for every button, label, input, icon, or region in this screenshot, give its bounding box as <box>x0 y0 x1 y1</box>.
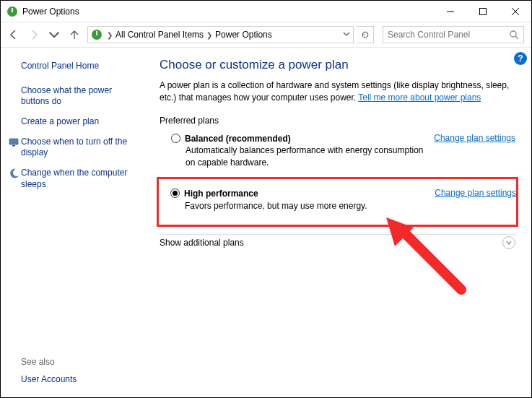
plan-desc: Favors performance, but may use more ene… <box>185 200 423 212</box>
chevron-right-icon[interactable]: ❯ <box>107 31 113 39</box>
intro-text: A power plan is a collection of hardware… <box>160 79 515 104</box>
chevron-right-icon[interactable]: ❯ <box>206 31 212 39</box>
change-plan-settings-link[interactable]: Change plan settings <box>435 188 516 198</box>
search-icon[interactable] <box>509 30 519 40</box>
forward-button <box>24 25 44 45</box>
svg-rect-3 <box>479 8 486 14</box>
show-more-label: Show additional plans <box>160 238 244 248</box>
svg-rect-11 <box>12 145 15 147</box>
see-also-user-accounts[interactable]: User Accounts <box>21 374 77 384</box>
search-input[interactable] <box>388 30 509 40</box>
change-plan-settings-link[interactable]: Change plan settings <box>434 133 515 143</box>
tell-me-more-link[interactable]: Tell me more about power plans <box>358 92 481 103</box>
sidebar-link-power-buttons[interactable]: Choose what the power buttons do <box>21 85 134 108</box>
sleep-icon <box>8 168 19 179</box>
refresh-button[interactable] <box>357 26 374 43</box>
back-button[interactable] <box>4 25 24 45</box>
annotation-arrow <box>382 217 468 297</box>
maximize-button[interactable] <box>466 1 499 22</box>
radio-high-performance[interactable] <box>170 189 180 198</box>
address-dropdown-icon[interactable] <box>343 30 350 40</box>
svg-line-9 <box>515 36 518 39</box>
help-icon[interactable]: ? <box>514 52 527 65</box>
breadcrumb-item[interactable]: Power Options <box>215 30 272 40</box>
sidebar-link-sleep[interactable]: Change when the computer sleeps <box>21 168 134 190</box>
plan-high-performance[interactable]: High performance Change plan settings Fa… <box>159 185 516 216</box>
plan-name: High performance <box>184 189 258 199</box>
recent-dropdown[interactable] <box>44 25 64 45</box>
expand-icon[interactable] <box>502 236 515 249</box>
search-box[interactable] <box>383 26 524 43</box>
see-also-label: See also <box>21 357 77 367</box>
svg-point-8 <box>510 31 516 37</box>
svg-rect-7 <box>96 31 97 35</box>
svg-rect-1 <box>12 8 13 12</box>
preferred-plans-label: Preferred plans <box>160 116 515 126</box>
sidebar-link-create-plan[interactable]: Create a power plan <box>21 116 99 128</box>
breadcrumb-item[interactable]: All Control Panel Items <box>115 30 204 40</box>
minimize-button[interactable] <box>434 1 466 22</box>
display-off-icon <box>8 137 19 148</box>
up-button[interactable] <box>64 25 84 45</box>
sidebar-link-turn-off-display[interactable]: Choose when to turn off the display <box>21 137 134 159</box>
control-panel-home-link[interactable]: Control Panel Home <box>21 61 134 72</box>
plan-balanced[interactable]: Balanced (recommended) Change plan setti… <box>160 130 515 173</box>
app-icon <box>6 6 18 17</box>
power-options-icon <box>91 29 103 40</box>
page-title: Choose or customize a power plan <box>160 58 515 72</box>
radio-balanced[interactable] <box>171 134 180 143</box>
breadcrumb[interactable]: ❯ All Control Panel Items ❯ Power Option… <box>87 26 354 43</box>
svg-line-12 <box>401 229 461 290</box>
plan-desc: Automatically balances performance with … <box>186 144 424 168</box>
close-button[interactable] <box>499 1 531 22</box>
svg-rect-10 <box>9 139 18 144</box>
plan-name: Balanced (recommended) <box>185 133 291 143</box>
window-title: Power Options <box>22 7 79 17</box>
